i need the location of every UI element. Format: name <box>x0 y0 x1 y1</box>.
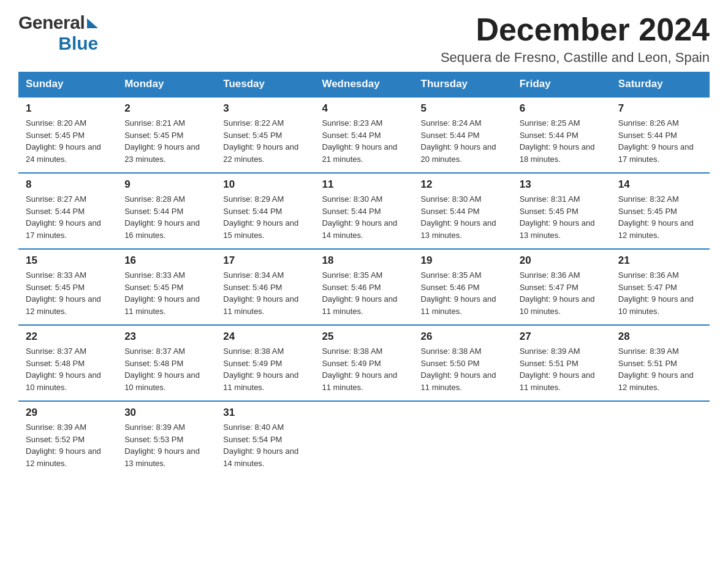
day-info: Sunrise: 8:26 AMSunset: 5:44 PMDaylight:… <box>618 117 702 165</box>
day-number: 25 <box>322 331 406 343</box>
page-container: General Blue December 2024 Sequera de Fr… <box>18 12 710 477</box>
header-tuesday: Tuesday <box>216 72 314 97</box>
day-info: Sunrise: 8:37 AMSunset: 5:48 PMDaylight:… <box>26 345 110 393</box>
header-thursday: Thursday <box>414 72 512 97</box>
calendar-day-cell: 21Sunrise: 8:36 AMSunset: 5:47 PMDayligh… <box>611 249 710 325</box>
calendar-day-cell: 15Sunrise: 8:33 AMSunset: 5:45 PMDayligh… <box>18 249 117 325</box>
day-number: 29 <box>26 407 110 419</box>
day-number: 24 <box>223 331 307 343</box>
calendar-day-cell: 27Sunrise: 8:39 AMSunset: 5:51 PMDayligh… <box>512 325 611 401</box>
day-number: 12 <box>421 178 505 191</box>
calendar-day-cell: 26Sunrise: 8:38 AMSunset: 5:50 PMDayligh… <box>414 325 512 401</box>
day-info: Sunrise: 8:40 AMSunset: 5:54 PMDaylight:… <box>223 421 307 469</box>
calendar-day-cell: 16Sunrise: 8:33 AMSunset: 5:45 PMDayligh… <box>117 249 216 325</box>
calendar-table: Sunday Monday Tuesday Wednesday Thursday… <box>18 72 710 477</box>
header-friday: Friday <box>512 72 611 97</box>
calendar-day-cell: 8Sunrise: 8:27 AMSunset: 5:44 PMDaylight… <box>18 173 117 249</box>
calendar-day-cell: 10Sunrise: 8:29 AMSunset: 5:44 PMDayligh… <box>216 173 314 249</box>
calendar-day-cell: 20Sunrise: 8:36 AMSunset: 5:47 PMDayligh… <box>512 249 611 325</box>
day-number: 11 <box>322 178 406 191</box>
calendar-day-cell: 3Sunrise: 8:22 AMSunset: 5:45 PMDaylight… <box>216 97 314 173</box>
calendar-day-cell: 31Sunrise: 8:40 AMSunset: 5:54 PMDayligh… <box>216 401 314 477</box>
day-number: 18 <box>322 255 406 267</box>
calendar-day-cell: 13Sunrise: 8:31 AMSunset: 5:45 PMDayligh… <box>512 173 611 249</box>
calendar-day-cell: 17Sunrise: 8:34 AMSunset: 5:46 PMDayligh… <box>216 249 314 325</box>
title-section: December 2024 Sequera de Fresno, Castill… <box>441 12 710 66</box>
day-number: 20 <box>520 255 604 267</box>
day-info: Sunrise: 8:25 AMSunset: 5:44 PMDaylight:… <box>520 117 604 165</box>
day-info: Sunrise: 8:29 AMSunset: 5:44 PMDaylight:… <box>223 193 307 241</box>
day-number: 14 <box>618 178 702 191</box>
day-info: Sunrise: 8:22 AMSunset: 5:45 PMDaylight:… <box>223 117 307 165</box>
logo-blue-text: Blue <box>58 33 98 54</box>
calendar-day-cell: 5Sunrise: 8:24 AMSunset: 5:44 PMDaylight… <box>414 97 512 173</box>
calendar-day-cell: 23Sunrise: 8:37 AMSunset: 5:48 PMDayligh… <box>117 325 216 401</box>
day-info: Sunrise: 8:36 AMSunset: 5:47 PMDaylight:… <box>618 269 702 317</box>
day-info: Sunrise: 8:39 AMSunset: 5:53 PMDaylight:… <box>124 421 208 469</box>
calendar-day-cell: 1Sunrise: 8:20 AMSunset: 5:45 PMDaylight… <box>18 97 117 173</box>
day-number: 30 <box>124 407 208 419</box>
calendar-day-cell: 22Sunrise: 8:37 AMSunset: 5:48 PMDayligh… <box>18 325 117 401</box>
logo-arrow-icon <box>87 18 98 28</box>
calendar-day-cell <box>611 401 710 477</box>
day-info: Sunrise: 8:34 AMSunset: 5:46 PMDaylight:… <box>223 269 307 317</box>
calendar-day-cell: 19Sunrise: 8:35 AMSunset: 5:46 PMDayligh… <box>414 249 512 325</box>
day-info: Sunrise: 8:32 AMSunset: 5:45 PMDaylight:… <box>618 193 702 241</box>
day-info: Sunrise: 8:39 AMSunset: 5:52 PMDaylight:… <box>26 421 110 469</box>
calendar-week-row: 1Sunrise: 8:20 AMSunset: 5:45 PMDaylight… <box>18 97 710 173</box>
calendar-day-cell <box>314 401 413 477</box>
day-number: 23 <box>124 331 208 343</box>
day-info: Sunrise: 8:39 AMSunset: 5:51 PMDaylight:… <box>520 345 604 393</box>
day-info: Sunrise: 8:24 AMSunset: 5:44 PMDaylight:… <box>421 117 505 165</box>
day-number: 27 <box>520 331 604 343</box>
day-number: 22 <box>26 331 110 343</box>
day-info: Sunrise: 8:33 AMSunset: 5:45 PMDaylight:… <box>124 269 208 317</box>
day-info: Sunrise: 8:38 AMSunset: 5:49 PMDaylight:… <box>322 345 406 393</box>
calendar-day-cell: 29Sunrise: 8:39 AMSunset: 5:52 PMDayligh… <box>18 401 117 477</box>
calendar-day-cell: 7Sunrise: 8:26 AMSunset: 5:44 PMDaylight… <box>611 97 710 173</box>
day-number: 31 <box>223 407 307 419</box>
calendar-week-row: 15Sunrise: 8:33 AMSunset: 5:45 PMDayligh… <box>18 249 710 325</box>
day-number: 2 <box>124 102 208 115</box>
day-info: Sunrise: 8:30 AMSunset: 5:44 PMDaylight:… <box>322 193 406 241</box>
day-info: Sunrise: 8:35 AMSunset: 5:46 PMDaylight:… <box>322 269 406 317</box>
day-info: Sunrise: 8:35 AMSunset: 5:46 PMDaylight:… <box>421 269 505 317</box>
header: General Blue December 2024 Sequera de Fr… <box>18 12 710 66</box>
day-info: Sunrise: 8:38 AMSunset: 5:50 PMDaylight:… <box>421 345 505 393</box>
day-number: 1 <box>26 102 110 115</box>
day-number: 15 <box>26 255 110 267</box>
calendar-day-cell: 9Sunrise: 8:28 AMSunset: 5:44 PMDaylight… <box>117 173 216 249</box>
day-number: 16 <box>124 255 208 267</box>
day-number: 8 <box>26 178 110 191</box>
day-info: Sunrise: 8:20 AMSunset: 5:45 PMDaylight:… <box>26 117 110 165</box>
day-info: Sunrise: 8:37 AMSunset: 5:48 PMDaylight:… <box>124 345 208 393</box>
calendar-week-row: 22Sunrise: 8:37 AMSunset: 5:48 PMDayligh… <box>18 325 710 401</box>
day-info: Sunrise: 8:38 AMSunset: 5:49 PMDaylight:… <box>223 345 307 393</box>
day-info: Sunrise: 8:31 AMSunset: 5:45 PMDaylight:… <box>520 193 604 241</box>
header-monday: Monday <box>117 72 216 97</box>
day-number: 7 <box>618 102 702 115</box>
day-number: 13 <box>520 178 604 191</box>
calendar-day-cell: 2Sunrise: 8:21 AMSunset: 5:45 PMDaylight… <box>117 97 216 173</box>
day-info: Sunrise: 8:21 AMSunset: 5:45 PMDaylight:… <box>124 117 208 165</box>
calendar-day-cell: 18Sunrise: 8:35 AMSunset: 5:46 PMDayligh… <box>314 249 413 325</box>
day-number: 21 <box>618 255 702 267</box>
calendar-day-cell: 4Sunrise: 8:23 AMSunset: 5:44 PMDaylight… <box>314 97 413 173</box>
calendar-day-cell: 24Sunrise: 8:38 AMSunset: 5:49 PMDayligh… <box>216 325 314 401</box>
day-info: Sunrise: 8:30 AMSunset: 5:44 PMDaylight:… <box>421 193 505 241</box>
day-number: 9 <box>124 178 208 191</box>
day-number: 26 <box>421 331 505 343</box>
day-info: Sunrise: 8:28 AMSunset: 5:44 PMDaylight:… <box>124 193 208 241</box>
header-sunday: Sunday <box>18 72 117 97</box>
day-info: Sunrise: 8:33 AMSunset: 5:45 PMDaylight:… <box>26 269 110 317</box>
header-wednesday: Wednesday <box>314 72 413 97</box>
day-number: 4 <box>322 102 406 115</box>
day-info: Sunrise: 8:36 AMSunset: 5:47 PMDaylight:… <box>520 269 604 317</box>
day-number: 19 <box>421 255 505 267</box>
day-number: 17 <box>223 255 307 267</box>
calendar-day-cell: 11Sunrise: 8:30 AMSunset: 5:44 PMDayligh… <box>314 173 413 249</box>
location-subtitle: Sequera de Fresno, Castille and Leon, Sp… <box>441 50 710 66</box>
calendar-day-cell: 6Sunrise: 8:25 AMSunset: 5:44 PMDaylight… <box>512 97 611 173</box>
calendar-day-cell: 12Sunrise: 8:30 AMSunset: 5:44 PMDayligh… <box>414 173 512 249</box>
calendar-day-cell: 14Sunrise: 8:32 AMSunset: 5:45 PMDayligh… <box>611 173 710 249</box>
